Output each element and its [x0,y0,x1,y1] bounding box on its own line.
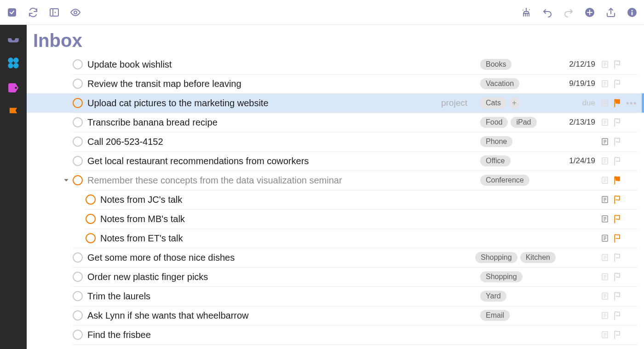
status-circle[interactable] [73,175,83,185]
due-date[interactable]: 1/24/19 [558,156,595,166]
status-circle[interactable] [73,272,83,282]
flag-icon[interactable] [613,195,622,204]
due-date[interactable]: due [558,98,595,108]
status-circle[interactable] [73,117,83,127]
flag-icon[interactable] [613,330,622,339]
status-circle[interactable] [73,291,83,301]
project-placeholder[interactable]: project [441,98,467,108]
flag-icon[interactable] [613,98,622,108]
disclosure-triangle-icon[interactable] [63,177,71,184]
task-row[interactable]: Update book wishlistBooks2/12/19 [27,55,644,74]
status-circle[interactable] [73,252,83,263]
status-circle[interactable] [73,79,83,89]
tags-perspective-icon[interactable] [6,82,20,94]
flag-icon[interactable] [613,253,622,262]
task-title[interactable]: Review the transit map before leaving [87,79,480,89]
sync-icon[interactable] [28,7,39,18]
tag-pill[interactable]: Yard [480,291,506,302]
flag-icon[interactable] [613,156,622,166]
projects-perspective-icon[interactable] [6,57,20,69]
flag-icon[interactable] [613,214,622,223]
undo-icon[interactable] [542,7,553,18]
status-circle[interactable] [86,214,96,224]
task-title[interactable]: Notes from JC's talk [100,195,480,205]
tag-pill[interactable]: Shopping [480,271,523,282]
task-title[interactable]: Get some more of those nice dishes [87,252,475,263]
note-icon[interactable] [601,273,609,281]
task-title[interactable]: Upload cat pictures to the marketing web… [87,98,441,109]
more-actions-icon[interactable] [625,102,638,104]
flag-icon[interactable] [613,118,622,127]
status-circle[interactable] [73,137,83,147]
note-icon[interactable] [601,292,609,300]
task-row[interactable]: Transcribe banana bread recipeFoodiPad2/… [27,113,644,132]
task-row[interactable]: Order new plastic finger picksShopping [27,267,644,286]
tag-pill[interactable]: Cats [480,97,506,109]
note-icon[interactable] [601,215,609,223]
note-icon[interactable] [601,137,609,146]
flag-icon[interactable] [613,272,622,281]
tag-pill[interactable]: Email [480,310,510,321]
tag-pill[interactable]: Shopping [475,252,518,263]
note-icon[interactable] [601,118,609,126]
flag-icon[interactable] [613,60,622,69]
flag-icon[interactable] [613,311,622,320]
note-icon[interactable] [601,80,609,88]
task-title[interactable]: Call 206-523-4152 [87,137,480,147]
eye-icon[interactable] [70,7,81,18]
task-title[interactable]: Find the frisbee [87,330,480,340]
redo-icon[interactable] [563,7,574,18]
task-title[interactable]: Notes from ET's talk [100,233,480,244]
note-icon[interactable] [601,234,609,242]
tag-pill[interactable]: Vacation [480,78,519,89]
due-date[interactable]: 9/19/19 [558,79,595,88]
note-icon[interactable] [601,157,609,165]
flag-icon[interactable] [613,79,622,88]
note-icon[interactable] [601,311,609,320]
task-title[interactable]: Order new plastic finger picks [87,272,480,282]
task-row[interactable]: Upload cat pictures to the marketing web… [27,93,644,113]
flag-icon[interactable] [613,292,622,301]
tag-pill[interactable]: Conference [480,175,529,186]
tag-pill[interactable]: Food [480,117,508,128]
note-icon[interactable] [601,60,609,69]
info-icon[interactable] [627,7,638,18]
due-date[interactable]: 2/13/19 [558,118,595,127]
due-date[interactable]: 2/12/19 [558,60,595,69]
task-row[interactable]: Notes from MB's talk [27,209,644,229]
task-title[interactable]: Get local restaurant recommendations fro… [87,156,480,166]
note-icon[interactable] [601,253,609,262]
task-row[interactable]: Ask Lynn if she wants that wheelbarrowEm… [27,306,644,325]
tag-pill[interactable]: Kitchen [520,252,556,263]
status-circle[interactable] [73,310,83,320]
tag-pill[interactable]: Phone [480,136,512,147]
task-title[interactable]: Ask Lynn if she wants that wheelbarrow [87,310,480,321]
tag-pill[interactable]: Office [480,155,511,166]
note-icon[interactable] [601,195,609,204]
status-circle[interactable] [86,195,96,205]
status-circle[interactable] [73,156,83,166]
tag-pill[interactable]: iPad [511,117,536,128]
flag-icon[interactable] [613,234,622,243]
flagged-perspective-icon[interactable] [6,107,20,119]
add-icon[interactable] [584,7,595,18]
flag-icon[interactable] [613,137,622,146]
status-circle[interactable] [73,98,83,108]
status-circle[interactable] [73,59,83,69]
check-icon[interactable] [6,7,17,18]
add-tag-button[interactable]: + [509,98,519,108]
share-icon[interactable] [605,7,616,18]
task-row[interactable]: Review the transit map before leavingVac… [27,74,644,93]
task-row[interactable]: Notes from ET's talk [27,229,644,248]
task-title[interactable]: Trim the laurels [87,291,480,302]
sidebar-toggle-icon[interactable] [49,7,60,18]
task-row[interactable]: Find the frisbee [27,325,644,344]
task-title[interactable]: Transcribe banana bread recipe [87,117,480,128]
task-row[interactable]: Trim the laurelsYard [27,286,644,306]
cleanup-icon[interactable] [521,7,532,18]
task-title[interactable]: Notes from MB's talk [100,214,480,224]
tag-pill[interactable]: Books [480,59,512,70]
note-icon[interactable] [601,176,609,184]
task-row[interactable]: Get local restaurant recommendations fro… [27,151,644,171]
status-circle[interactable] [73,330,83,340]
